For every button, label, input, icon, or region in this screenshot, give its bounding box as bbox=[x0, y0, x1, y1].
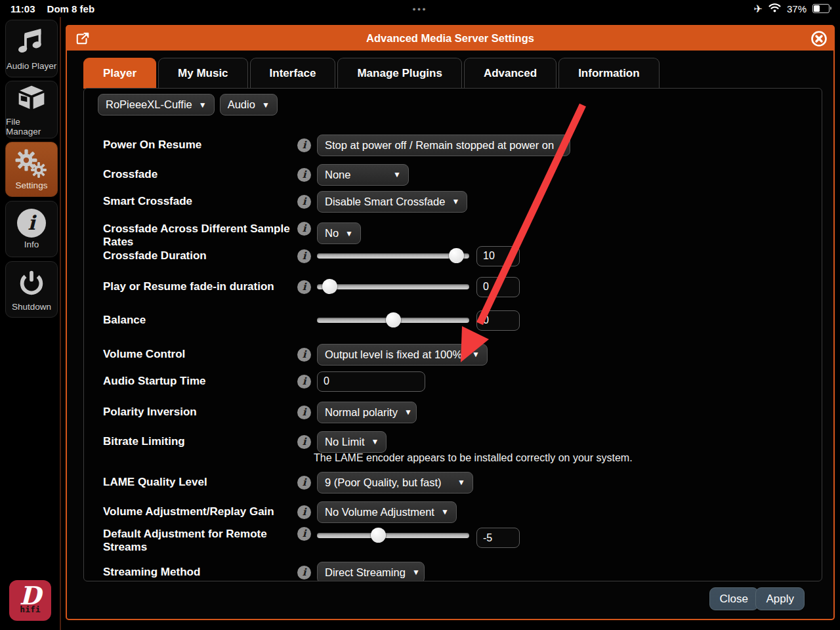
balance-slider[interactable] bbox=[317, 312, 469, 328]
tab-information[interactable]: Information bbox=[558, 58, 660, 89]
info-icon[interactable]: i bbox=[297, 249, 311, 263]
chevron-down-icon: ▼ bbox=[393, 170, 401, 179]
balance-input[interactable] bbox=[476, 310, 520, 331]
slider-thumb[interactable] bbox=[386, 312, 401, 327]
sidebar-item-settings[interactable]: Settings bbox=[5, 142, 58, 197]
setting-label: Polarity Inversion bbox=[103, 406, 297, 419]
close-icon[interactable] bbox=[810, 30, 828, 48]
replay-gain-select[interactable]: No Volume Adjustment ▼ bbox=[317, 501, 457, 523]
chevron-down-icon: ▼ bbox=[345, 229, 353, 238]
setting-row-streaming-method: Streaming Method i Direct Streaming ▼ bbox=[103, 560, 808, 581]
dropdown-value: No Limit bbox=[325, 436, 365, 448]
info-icon[interactable]: i bbox=[297, 280, 311, 294]
info-icon: i bbox=[17, 209, 46, 238]
crossfade-duration-slider[interactable] bbox=[317, 248, 469, 264]
audio-startup-time-input[interactable] bbox=[317, 371, 425, 392]
fade-in-duration-input[interactable] bbox=[476, 277, 520, 297]
dropdown-value: Stop at power off / Remain stopped at po… bbox=[325, 139, 554, 152]
setting-label: Volume Adjustment/Replay Gain bbox=[103, 505, 297, 518]
slider-track bbox=[317, 284, 469, 289]
info-icon[interactable]: i bbox=[297, 195, 311, 209]
clock: 11:03 bbox=[10, 3, 35, 14]
info-icon[interactable]: i bbox=[297, 348, 311, 362]
dropdown-value: Audio bbox=[228, 98, 255, 111]
tab-my-music[interactable]: My Music bbox=[158, 58, 248, 89]
sidebar-item-info[interactable]: i Info bbox=[5, 201, 58, 257]
power-on-resume-select[interactable]: Stop at power off / Remain stopped at po… bbox=[317, 135, 570, 156]
setting-row-crossfade-duration: Crossfade Duration i bbox=[103, 244, 808, 268]
crossfade-across-rates-select[interactable]: No ▼ bbox=[317, 222, 361, 244]
dropdown-value: RoPieeeXL-Cuffie bbox=[106, 98, 192, 111]
slider-thumb[interactable] bbox=[371, 528, 386, 543]
slider-thumb[interactable] bbox=[322, 279, 337, 294]
setting-row-crossfade: Crossfade i None ▼ bbox=[103, 163, 808, 186]
slider-thumb[interactable] bbox=[449, 248, 464, 263]
battery-percent: 37% bbox=[787, 3, 807, 14]
chevron-down-icon: ▼ bbox=[262, 100, 270, 110]
share-icon[interactable] bbox=[74, 30, 92, 48]
battery-icon bbox=[812, 4, 830, 13]
power-icon bbox=[16, 267, 47, 300]
setting-row-volume-control: Volume Control i Output level is fixed a… bbox=[103, 343, 808, 366]
music-note-icon bbox=[16, 26, 47, 59]
sidebar-item-audio-player[interactable]: Audio Player bbox=[5, 20, 58, 77]
apply-button[interactable]: Apply bbox=[755, 587, 805, 610]
dropdown-value: Output level is fixed at 100% bbox=[325, 348, 462, 361]
slider-track bbox=[317, 533, 469, 538]
setting-row-lame-quality: LAME Quality Level i 9 (Poor Quality, bu… bbox=[103, 471, 808, 494]
gears-icon bbox=[14, 148, 49, 178]
airplane-mode-icon: ✈ bbox=[754, 3, 763, 15]
lame-quality-select[interactable]: 9 (Poor Quality, but fast) ▼ bbox=[317, 472, 473, 494]
remote-streams-slider[interactable] bbox=[317, 528, 469, 543]
info-icon[interactable]: i bbox=[297, 476, 311, 490]
sidebar-item-label: Shutdown bbox=[12, 302, 51, 312]
setting-label: Smart Crossfade bbox=[103, 195, 297, 208]
tab-manage-plugins[interactable]: Manage Plugins bbox=[337, 58, 461, 89]
info-icon[interactable]: i bbox=[297, 566, 311, 579]
chevron-down-icon: ▼ bbox=[452, 197, 459, 206]
setting-label: Crossfade Duration bbox=[103, 249, 297, 262]
setting-label: Play or Resume fade-in duration bbox=[103, 280, 297, 293]
sidebar-item-file-manager[interactable]: File Manager bbox=[5, 81, 58, 138]
crossfade-duration-input[interactable] bbox=[476, 246, 520, 266]
info-icon[interactable]: i bbox=[297, 222, 311, 236]
multitask-dots-icon: ••• bbox=[413, 4, 428, 14]
setting-label: Power On Resume bbox=[103, 138, 297, 152]
daphile-logo[interactable]: D hifi bbox=[9, 580, 51, 621]
device-category-select[interactable]: Audio ▼ bbox=[220, 94, 278, 116]
info-icon[interactable]: i bbox=[297, 138, 311, 152]
dropdown-value: No bbox=[325, 227, 339, 240]
info-icon[interactable]: i bbox=[297, 527, 311, 541]
setting-row-audio-startup-time: Audio Startup Time i bbox=[103, 369, 808, 393]
sidebar-item-label: Info bbox=[24, 240, 39, 249]
close-button[interactable]: Close bbox=[709, 587, 759, 610]
info-icon[interactable]: i bbox=[297, 435, 311, 449]
dropdown-value: No Volume Adjustment bbox=[325, 506, 434, 518]
info-icon[interactable]: i bbox=[297, 505, 311, 519]
smart-crossfade-select[interactable]: Disable Smart Crossfade ▼ bbox=[317, 191, 467, 213]
setting-label: Volume Control bbox=[103, 348, 297, 361]
chevron-down-icon: ▼ bbox=[412, 568, 420, 577]
tab-advanced[interactable]: Advanced bbox=[464, 58, 556, 89]
setting-label: Default Adjustment for Remote Streams bbox=[103, 527, 297, 554]
dropdown-value: Disable Smart Crossfade bbox=[325, 196, 445, 208]
sidebar-item-label: File Manager bbox=[6, 117, 57, 136]
tab-player[interactable]: Player bbox=[83, 58, 156, 89]
sidebar-divider bbox=[60, 17, 61, 630]
setting-row-fade-in-duration: Play or Resume fade-in duration i bbox=[103, 275, 808, 299]
tab-interface[interactable]: Interface bbox=[250, 58, 336, 89]
streaming-method-select[interactable]: Direct Streaming ▼ bbox=[317, 562, 425, 582]
polarity-inversion-select[interactable]: Normal polarity ▼ bbox=[317, 402, 417, 423]
sidebar-item-label: Settings bbox=[16, 180, 48, 190]
info-icon[interactable]: i bbox=[297, 168, 311, 182]
info-icon[interactable]: i bbox=[297, 375, 311, 388]
crossfade-select[interactable]: None ▼ bbox=[317, 164, 409, 186]
info-icon[interactable]: i bbox=[297, 406, 311, 419]
settings-dialog: Advanced Media Server Settings Player My… bbox=[66, 25, 835, 620]
bitrate-limiting-select[interactable]: No Limit ▼ bbox=[317, 431, 387, 453]
volume-control-select[interactable]: Output level is fixed at 100% ▼ bbox=[317, 344, 488, 366]
player-device-select[interactable]: RoPieeeXL-Cuffie ▼ bbox=[98, 94, 215, 116]
fade-in-duration-slider[interactable] bbox=[317, 279, 469, 295]
sidebar-item-shutdown[interactable]: Shutdown bbox=[5, 261, 58, 318]
remote-streams-input[interactable] bbox=[476, 528, 520, 548]
